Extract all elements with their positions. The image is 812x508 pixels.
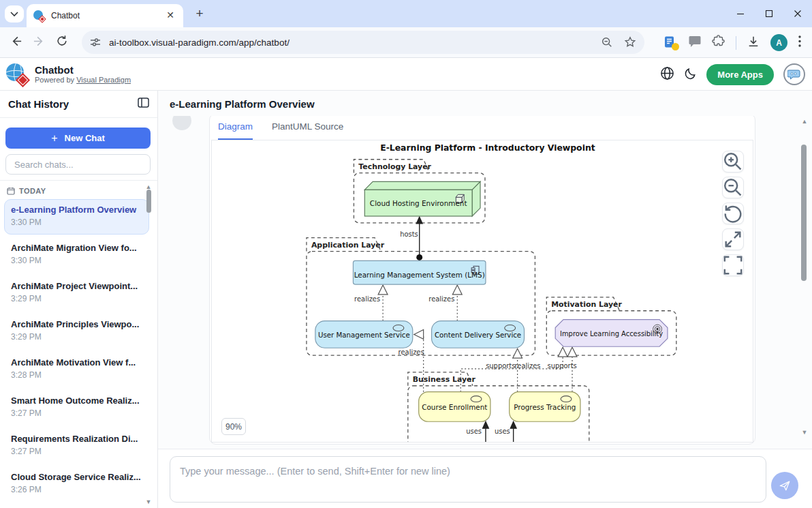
page-title: e-Learning Platform Overview [158,91,812,116]
dark-mode-button[interactable] [684,67,697,83]
comment-extension-icon[interactable] [689,35,701,50]
window-maximize-button[interactable] [755,10,783,18]
app-title: Chatbot [35,64,131,76]
tab-plantuml-source[interactable]: PlantUML Source [272,116,343,140]
chat-history-item[interactable]: ArchiMate Migration View fo...3:30 PM [4,237,149,273]
diagram-toolbar [722,151,744,276]
zoom-out-icon [723,177,743,198]
svg-text:realizes: realizes [354,295,380,303]
zoom-in-icon [723,151,743,172]
chat-panel: e-Learning Platform Overview Diagram Pla… [158,91,812,508]
tab-close-icon[interactable]: ✕ [164,10,176,22]
new-chat-button[interactable]: + New Chat [5,128,151,149]
node-learning-management-system: Learning Management System (LMS) [353,260,486,284]
new-tab-button[interactable]: + [191,6,208,23]
visual-paradigm-link[interactable]: Visual Paradigm [76,76,131,84]
send-plane-icon [779,479,791,492]
scroll-down-arrow[interactable]: ▼ [801,430,808,435]
fullscreen-button[interactable] [722,254,744,276]
message-input-bar [158,449,812,508]
extensions-puzzle-icon[interactable] [712,35,725,50]
svg-text:uses: uses [495,428,510,435]
svg-text:Application Layer: Application Layer [311,241,385,250]
calendar-icon [7,187,15,195]
language-globe-button[interactable] [660,66,674,83]
chat-item-title: Cloud Storage Service Realiz... [11,472,142,482]
chat-item-time: 3:27 PM [11,408,142,418]
chat-history-item[interactable]: ArchiMate Motivation View f...3:28 PM [4,352,149,387]
tab-title: Chatbot [51,11,164,20]
chat-history-item[interactable]: e-Learning Platform Overview3:30 PM [4,199,149,235]
node-content-delivery-service: Content Delivery Service [432,321,525,348]
diagram-title: E-Learning Platform - Introductory Viewp… [380,143,595,153]
scroll-up-arrow[interactable]: ▲ [145,184,152,190]
svg-text:Cloud Hosting Environment: Cloud Hosting Environment [370,199,467,207]
browser-tab[interactable]: Chatbot ✕ [27,4,183,27]
panel-icon [138,98,149,108]
scroll-down-arrow[interactable]: ▼ [145,499,152,505]
chat-item-time: 3:27 PM [11,447,142,456]
chat-item-time: 3:30 PM [11,218,142,227]
site-settings-icon[interactable] [90,37,101,48]
tab-search-button[interactable] [5,5,24,23]
chatbot-widget-button[interactable] [783,63,805,85]
expand-button[interactable] [722,228,744,250]
reload-button[interactable] [50,35,74,50]
bookmark-star-icon[interactable] [624,36,636,48]
scrollbar-thumb[interactable] [146,190,151,213]
chat-history-item[interactable]: Smart Home Outcome Realiz...3:27 PM [4,390,149,425]
browser-titlebar: Chatbot ✕ + [0,0,812,27]
archimate-diagram: E-Learning Platform - Introductory Viewp… [212,140,753,442]
zoom-out-button[interactable] [722,177,744,198]
svg-text:Business Layer: Business Layer [413,375,476,384]
chat-history-item[interactable]: ArchiMate Principles Viewpo...3:29 PM [4,314,149,349]
scrollbar-thumb[interactable] [801,145,807,281]
scroll-up-arrow[interactable]: ▲ [801,119,808,124]
chat-item-time: 3:26 PM [11,485,142,494]
zoom-in-button[interactable] [722,151,744,173]
forward-arrow-icon [33,35,46,48]
reading-mode-extension-icon[interactable] [664,36,678,50]
collapse-sidebar-button[interactable] [138,98,149,110]
more-apps-button[interactable]: More Apps [706,64,774,85]
node-improve-learning-accessibility: Improve Learning Accessibility [555,320,668,347]
send-button[interactable] [771,472,798,499]
chat-item-title: e-Learning Platform Overview [11,205,142,215]
downloads-button[interactable] [747,35,760,50]
search-input[interactable] [13,159,143,170]
back-arrow-icon [10,35,22,48]
browser-window: Chatbot ✕ + ai-toolbox.visual-paradigm.c… [0,0,812,508]
node-cloud-hosting-environment: Cloud Hosting Environment [364,181,480,216]
node-course-enrollment: Course Enrollment [419,392,490,422]
today-section-header: TODAY [0,181,157,196]
chat-history-item[interactable]: Cloud Storage Service Realiz...3:26 PM [4,466,149,502]
message-input[interactable] [170,456,766,503]
chat-robot-icon [787,69,801,80]
chat-history-item[interactable]: Requirements Realization Di...3:27 PM [4,428,149,464]
url-text[interactable]: ai-toolbox.visual-paradigm.com/app/chatb… [109,38,601,48]
browser-menu-kebab-icon[interactable] [798,35,801,50]
back-button[interactable] [4,35,27,50]
page-zoom-icon[interactable] [601,36,613,48]
window-close-button[interactable] [783,10,812,18]
forward-button[interactable] [27,35,50,50]
svg-text:realizes: realizes [428,295,454,303]
message-area: Diagram PlantUML Source E-Learning Platf… [158,116,812,449]
profile-avatar[interactable]: A [770,34,787,51]
reset-view-button[interactable] [722,203,744,224]
chat-item-time: 3:29 PM [11,294,142,303]
tab-diagram[interactable]: Diagram [218,116,253,140]
chat-history-list: e-Learning Platform Overview3:30 PMArchi… [0,196,157,502]
window-minimize-button[interactable] [726,10,755,18]
edge-cds-realizes-lms: realizes [428,285,462,321]
chat-history-sidebar: Chat History + New Chat TODAY e-Learning… [0,91,158,508]
search-chats-input[interactable] [5,154,151,175]
sidebar-title: Chat History [8,98,69,110]
url-bar[interactable]: ai-toolbox.visual-paradigm.com/app/chatb… [82,31,644,54]
chat-history-item[interactable]: ArchiMate Project Viewpoint...3:29 PM [4,275,149,311]
plus-icon: + [51,132,57,145]
diagram-canvas[interactable]: E-Learning Platform - Introductory Viewp… [211,140,753,443]
svg-text:User Management Service: User Management Service [318,331,410,339]
chat-item-time: 3:28 PM [11,370,142,380]
chat-item-title: ArchiMate Principles Viewpo... [11,319,142,329]
